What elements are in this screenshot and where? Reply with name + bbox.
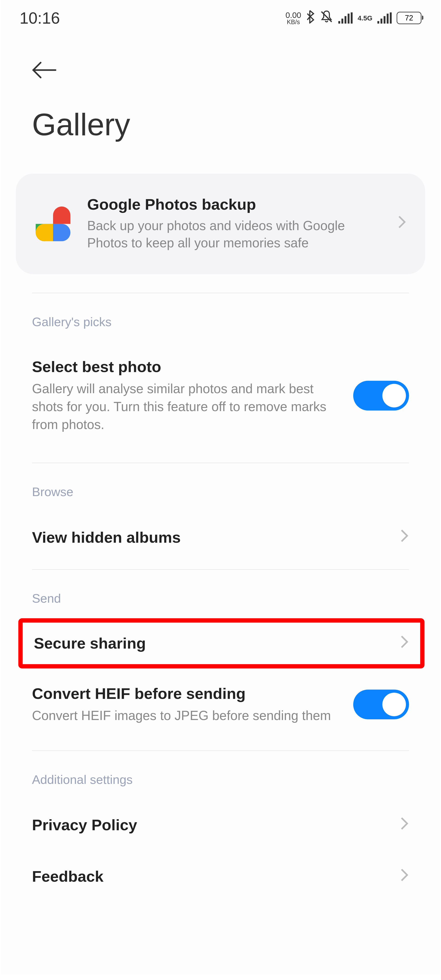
- feedback-row[interactable]: Feedback: [32, 851, 409, 902]
- bluetooth-icon: [306, 10, 315, 26]
- select-best-photo-toggle[interactable]: [353, 381, 409, 411]
- backup-card-description: Back up your photos and videos with Goog…: [87, 217, 382, 252]
- select-best-photo-row[interactable]: Select best photo Gallery will analyse s…: [32, 342, 409, 450]
- mute-icon: [320, 10, 333, 26]
- convert-heif-desc: Convert HEIF images to JPEG before sendi…: [32, 706, 341, 724]
- status-indicators: 0.00 KB/s 4.5G: [285, 10, 422, 26]
- signal-icon-2: [377, 13, 392, 24]
- chevron-right-icon: [398, 215, 406, 232]
- convert-heif-title: Convert HEIF before sending: [32, 684, 341, 702]
- privacy-policy-row[interactable]: Privacy Policy: [32, 799, 409, 851]
- secure-sharing-title: Secure sharing: [34, 634, 388, 652]
- battery-indicator: 72: [396, 12, 422, 24]
- signal-icon: [338, 13, 353, 24]
- select-best-photo-title: Select best photo: [32, 358, 341, 375]
- svg-line-0: [322, 12, 332, 22]
- section-header-browse: Browse: [32, 463, 409, 512]
- backup-card-title: Google Photos backup: [87, 196, 382, 213]
- view-hidden-albums-title: View hidden albums: [32, 528, 388, 546]
- section-header-additional: Additional settings: [32, 751, 409, 799]
- back-arrow-icon: [32, 61, 57, 80]
- chevron-right-icon: [400, 867, 409, 886]
- section-header-send: Send: [32, 570, 409, 618]
- convert-heif-toggle[interactable]: [353, 690, 409, 719]
- convert-heif-row[interactable]: Convert HEIF before sending Convert HEIF…: [32, 668, 409, 740]
- secure-sharing-highlight: Secure sharing: [18, 618, 425, 668]
- privacy-policy-title: Privacy Policy: [32, 816, 388, 834]
- secure-sharing-row[interactable]: Secure sharing: [34, 634, 409, 653]
- section-header-gallerys-picks: Gallery's picks: [32, 293, 409, 342]
- status-bar: 10:16 0.00 KB/s 4.5G: [1, 0, 440, 36]
- chevron-right-icon: [400, 816, 409, 835]
- status-time: 10:16: [19, 8, 60, 27]
- view-hidden-albums-row[interactable]: View hidden albums: [32, 511, 409, 563]
- feedback-title: Feedback: [32, 868, 388, 886]
- page-title: Gallery: [1, 94, 440, 173]
- chevron-right-icon: [400, 634, 409, 653]
- google-photos-backup-card[interactable]: Google Photos backup Back up your photos…: [16, 173, 425, 274]
- google-photos-icon: [35, 205, 72, 242]
- data-speed-indicator: 0.00 KB/s: [285, 11, 301, 25]
- select-best-photo-desc: Gallery will analyse similar photos and …: [32, 379, 341, 434]
- chevron-right-icon: [400, 528, 409, 547]
- back-button[interactable]: [1, 36, 440, 94]
- network-type: 4.5G: [358, 14, 373, 22]
